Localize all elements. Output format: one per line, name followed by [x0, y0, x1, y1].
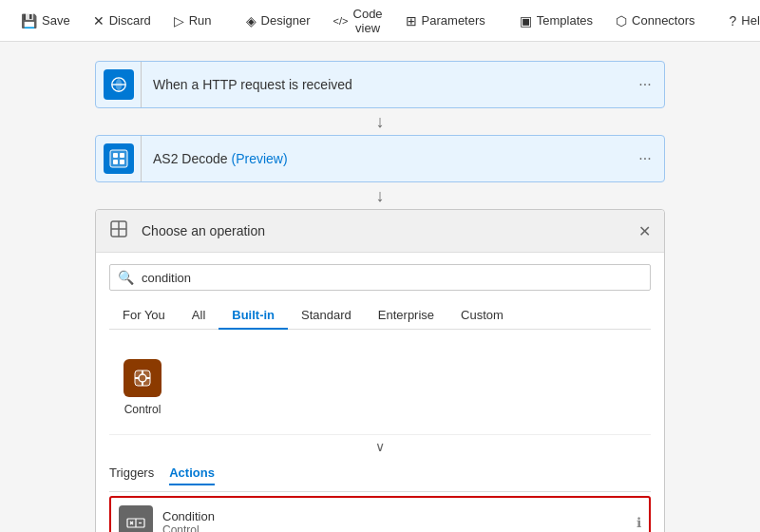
tab-foryou[interactable]: For You	[109, 302, 179, 330]
help-button[interactable]: ? Help	[720, 9, 760, 33]
http-icon	[104, 69, 134, 100]
save-icon: 💾	[21, 13, 37, 28]
tab-triggers[interactable]: Triggers	[109, 466, 154, 485]
as2-icon-area	[96, 136, 142, 181]
canvas: When a HTTP request is received ··· ↓	[0, 42, 760, 532]
connectors-button[interactable]: ⬡ Connectors	[606, 9, 704, 33]
search-box: 🔍	[109, 264, 651, 291]
condition-info-icon[interactable]: ℹ	[636, 515, 641, 530]
condition-info: Condition Control	[162, 509, 636, 533]
http-more-button[interactable]: ···	[626, 62, 664, 107]
condition-sub: Control	[162, 523, 636, 533]
as2-label: AS2 Decode (Preview)	[142, 151, 626, 166]
discard-icon: ✕	[93, 13, 104, 28]
control-cards: Control	[109, 341, 651, 434]
arrow-1: ↓	[369, 110, 391, 133]
choose-panel-close-button[interactable]: ✕	[638, 222, 651, 240]
choose-panel: Choose an operation ✕ 🔍 For You All Buil…	[95, 209, 665, 532]
http-step[interactable]: When a HTTP request is received ···	[95, 61, 665, 108]
choose-panel-title: Choose an operation	[142, 223, 638, 238]
control-card-label: Control	[124, 403, 162, 416]
templates-icon: ▣	[520, 13, 532, 28]
section-tabs: Triggers Actions	[109, 458, 651, 492]
codeview-button[interactable]: </> Code view	[324, 2, 392, 40]
designer-icon: ◈	[246, 13, 256, 28]
choose-header-icon	[109, 219, 132, 242]
http-label: When a HTTP request is received	[142, 77, 626, 92]
svg-rect-6	[120, 160, 124, 164]
parameters-icon: ⊞	[406, 13, 417, 28]
svg-rect-4	[120, 153, 124, 158]
control-card-icon	[124, 359, 162, 397]
search-icon: 🔍	[118, 270, 134, 285]
search-input[interactable]	[142, 271, 642, 285]
as2-icon	[104, 143, 134, 174]
http-icon-area	[96, 62, 142, 107]
templates-button[interactable]: ▣ Templates	[510, 9, 602, 33]
tab-custom[interactable]: Custom	[447, 302, 517, 330]
discard-button[interactable]: ✕ Discard	[84, 9, 161, 33]
tab-standard[interactable]: Standard	[288, 302, 365, 330]
help-icon: ?	[730, 13, 737, 28]
action-item-condition[interactable]: Condition Control ℹ	[109, 496, 651, 532]
run-icon: ▷	[174, 13, 184, 28]
choose-body: 🔍 For You All Built-in Standard Enterpri…	[96, 253, 664, 532]
run-button[interactable]: ▷ Run	[164, 9, 221, 33]
expand-row[interactable]: ∨	[109, 434, 651, 458]
codeview-icon: </>	[333, 15, 349, 27]
action-list: Condition Control ℹ	[109, 492, 651, 532]
control-card[interactable]: Control	[109, 349, 176, 427]
condition-name: Condition	[162, 509, 636, 523]
as2-step[interactable]: AS2 Decode (Preview) ···	[95, 135, 665, 182]
svg-rect-5	[113, 160, 118, 164]
tab-all[interactable]: All	[179, 302, 218, 330]
designer-button[interactable]: ◈ Designer	[237, 9, 320, 33]
choose-header: Choose an operation ✕	[96, 210, 664, 253]
arrow-2: ↓	[369, 184, 391, 207]
toolbar: 💾 Save ✕ Discard ▷ Run ◈ Designer </> Co…	[0, 0, 760, 42]
svg-rect-2	[110, 150, 127, 167]
save-button[interactable]: 💾 Save	[11, 9, 80, 33]
svg-rect-3	[113, 153, 118, 158]
tab-builtin[interactable]: Built-in	[218, 302, 288, 330]
tab-enterprise[interactable]: Enterprise	[365, 302, 447, 330]
connectors-icon: ⬡	[616, 13, 627, 28]
parameters-button[interactable]: ⊞ Parameters	[396, 9, 495, 33]
condition-icon	[119, 505, 153, 532]
filter-tabs: For You All Built-in Standard Enterprise…	[109, 302, 651, 330]
as2-more-button[interactable]: ···	[626, 136, 664, 181]
tab-actions[interactable]: Actions	[169, 466, 215, 485]
workflow: When a HTTP request is received ··· ↓	[0, 42, 760, 532]
